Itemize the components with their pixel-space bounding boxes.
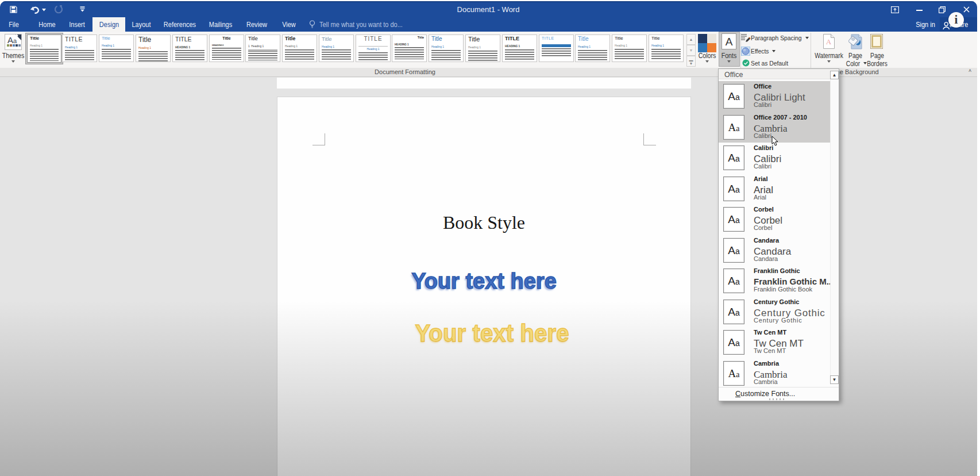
svg-text:A: A xyxy=(826,37,832,46)
